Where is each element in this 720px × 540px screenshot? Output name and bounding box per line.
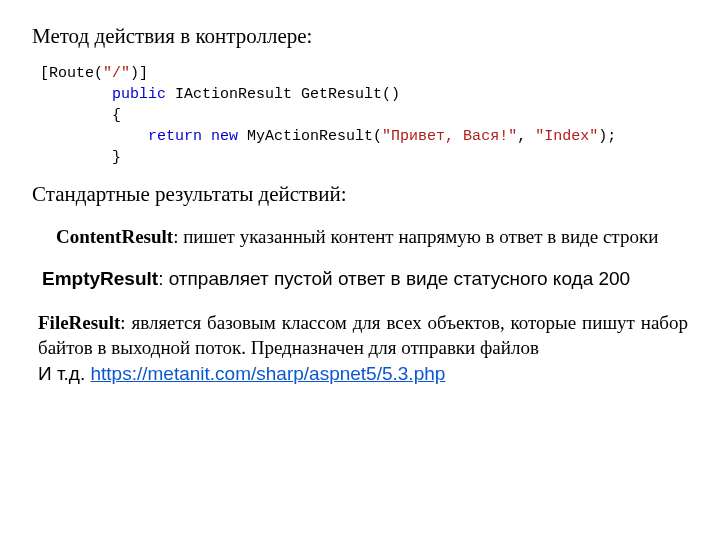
code-keyword: public <box>112 86 166 103</box>
code-text <box>202 128 211 145</box>
code-string: "Index" <box>535 128 598 145</box>
file-result-desc: : является базовым классом для всех объе… <box>38 312 688 358</box>
etc-prefix: И т.д. <box>38 363 90 384</box>
code-keyword: return <box>148 128 202 145</box>
code-string: "Привет, Вася!" <box>382 128 517 145</box>
doc-link[interactable]: https://metanit.com/sharp/aspnet5/5.3.ph… <box>90 363 445 384</box>
empty-result-name: EmptyResult <box>42 268 158 289</box>
etc-line: И т.д. https://metanit.com/sharp/aspnet5… <box>38 363 688 385</box>
code-block: [Route("/")] public IActionResult GetRes… <box>40 63 688 168</box>
code-text: [Route( <box>40 65 103 82</box>
code-text: ); <box>598 128 616 145</box>
content-result-name: ContentResult <box>56 226 173 247</box>
file-result-name: FileResult <box>38 312 120 333</box>
code-text: { <box>40 107 121 124</box>
content-result-para: ContentResult: пишет указанный контент н… <box>32 225 688 250</box>
code-indent <box>40 86 112 103</box>
code-text: MyActionResult( <box>238 128 382 145</box>
code-keyword: new <box>211 128 238 145</box>
code-text: IActionResult GetResult() <box>166 86 400 103</box>
code-indent <box>40 128 148 145</box>
empty-result-desc: : отправляет пустой ответ в виде статусн… <box>158 268 630 289</box>
code-string: "/" <box>103 65 130 82</box>
content-result-desc: : пишет указанный контент напрямую в отв… <box>173 226 658 247</box>
empty-result-para: EmptyResult: отправляет пустой ответ в в… <box>42 266 672 292</box>
file-result-para: FileResult: является базовым классом для… <box>38 311 688 360</box>
code-text: )] <box>130 65 148 82</box>
heading-method: Метод действия в контроллере: <box>32 24 688 49</box>
code-text: , <box>517 128 535 145</box>
code-text: } <box>40 149 121 166</box>
heading-standard-results: Стандартные результаты действий: <box>32 182 688 207</box>
